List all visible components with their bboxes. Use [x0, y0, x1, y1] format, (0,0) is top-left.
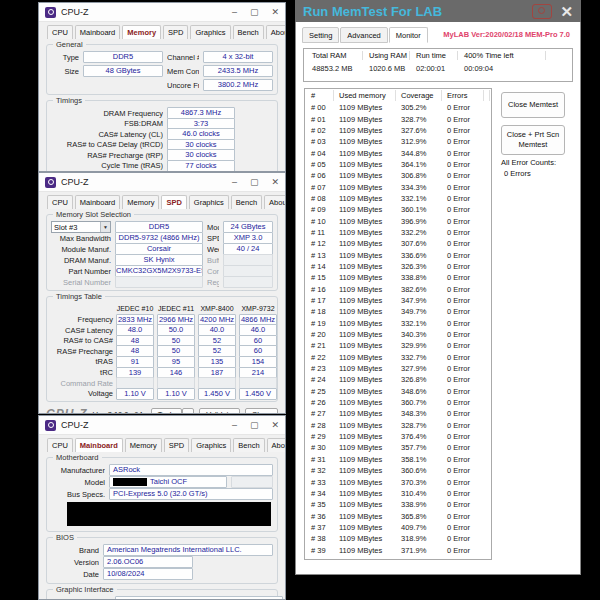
- slot-info-row: Part NumberCMKC32GX5M2X9733-ESCorrection: [51, 265, 273, 276]
- minimize-icon[interactable]: –: [232, 421, 237, 430]
- error-count-value: 0 Errors: [504, 169, 531, 178]
- close-icon[interactable]: ✕: [271, 421, 279, 430]
- timings-row: DRAM Frequency4867.3 MHz: [51, 107, 273, 118]
- tab-about[interactable]: About: [267, 438, 286, 452]
- tab-spd[interactable]: SPD: [161, 195, 186, 209]
- slot-select[interactable]: Slot #3 ▼: [51, 221, 111, 233]
- camera-icon[interactable]: [532, 4, 552, 19]
- result-cell: 326.3%: [401, 262, 447, 271]
- timings-row: RAS# Precharge (tRP)30 clocks: [51, 149, 273, 160]
- tab-mainboard[interactable]: Mainboard: [75, 195, 120, 209]
- tab-advanced[interactable]: Advanced: [340, 27, 387, 43]
- tab-spd[interactable]: SPD: [163, 25, 188, 39]
- result-row: # 101109 MBytes396.9%0 Error: [305, 215, 491, 226]
- result-row: # 001109 MBytes305.2%0 Error: [305, 102, 491, 113]
- result-cell: # 37: [311, 523, 339, 532]
- result-cell: 0 Error: [447, 228, 492, 237]
- maximize-icon[interactable]: ▢: [250, 421, 259, 430]
- result-cell: 0 Error: [447, 126, 492, 135]
- cell-value: 1.10 V: [116, 388, 154, 400]
- result-row: # 211109 MBytes329.9%0 Error: [305, 340, 491, 351]
- tab-memory[interactable]: Memory: [122, 25, 161, 39]
- tab-setting[interactable]: Setting: [302, 27, 339, 43]
- tab-graphics[interactable]: Graphics: [190, 25, 230, 39]
- minimize-icon[interactable]: –: [232, 8, 237, 17]
- result-cell: 1109 MBytes: [339, 443, 401, 452]
- column-header: XMP-9732: [239, 305, 277, 312]
- result-cell: 1109 MBytes: [339, 432, 401, 441]
- validate-button[interactable]: Validate: [199, 408, 240, 414]
- result-cell: 0 Error: [447, 103, 492, 112]
- slot-select-value: Slot #3: [54, 223, 77, 232]
- timing-label: RAS# Precharge (tRP): [51, 151, 163, 160]
- tab-graphics[interactable]: Graphics: [191, 438, 231, 452]
- tab-about[interactable]: About: [266, 25, 286, 39]
- tab-graphics[interactable]: Graphics: [189, 195, 229, 209]
- result-cell: 0 Error: [447, 205, 492, 214]
- result-row: # 321109 MBytes360.6%0 Error: [305, 465, 491, 476]
- close-prtscn-memtest-button[interactable]: Close + Prt Scn Memtest: [501, 125, 565, 155]
- tab-cpu[interactable]: CPU: [47, 25, 73, 39]
- tab-about[interactable]: About: [264, 195, 286, 209]
- result-cell: 312.9%: [401, 137, 447, 146]
- result-cell: # 30: [311, 443, 339, 452]
- tab-memory[interactable]: Memory: [122, 195, 159, 209]
- tab-bench[interactable]: Bench: [233, 438, 264, 452]
- close-button[interactable]: Close: [245, 408, 278, 414]
- row-label: Frequency: [51, 315, 113, 324]
- timing-label: Cycle Time (tRAS): [51, 161, 163, 170]
- tab-memory[interactable]: Memory: [125, 438, 162, 452]
- row-label: tRAS: [51, 357, 113, 366]
- result-row: # 291109 MBytes376.4%0 Error: [305, 431, 491, 442]
- result-cell: 0 Error: [447, 217, 492, 226]
- result-cell: 396.9%: [401, 217, 447, 226]
- tab-monitor[interactable]: Monitor: [389, 27, 428, 43]
- close-memtest-button[interactable]: Close Memtest: [501, 92, 565, 118]
- bios-group: BIOS Brand American Megatrends Internati…: [46, 537, 278, 584]
- close-icon[interactable]: ✕: [271, 178, 279, 187]
- tab-bench[interactable]: Bench: [233, 25, 264, 39]
- result-cell: 1109 MBytes: [339, 103, 401, 112]
- result-cell: # 12: [311, 239, 339, 248]
- result-cell: 1109 MBytes: [339, 137, 401, 146]
- tab-cpu[interactable]: CPU: [47, 195, 73, 209]
- result-cell: 1109 MBytes: [339, 375, 401, 384]
- timings-row: FSB:DRAM3:73: [51, 118, 273, 129]
- result-row: # 261109 MBytes360.7%0 Error: [305, 397, 491, 408]
- result-cell: # 09: [311, 205, 339, 214]
- tools-button[interactable]: Tools: [151, 408, 183, 414]
- tab-spd[interactable]: SPD: [164, 438, 189, 452]
- result-cell: 336.6%: [401, 251, 447, 260]
- result-cell: 0 Error: [447, 330, 492, 339]
- result-cell: # 23: [311, 364, 339, 373]
- gi-bus-value: PCI-Express 3.0: [115, 596, 283, 600]
- mem-controller-value: 2433.5 MHz: [203, 65, 273, 77]
- tab-bench[interactable]: Bench: [231, 195, 262, 209]
- tools-dropdown-icon[interactable]: ▼: [182, 408, 194, 414]
- result-row: # 391109 MBytes371.9%0 Error: [305, 544, 491, 555]
- timings-group: Timings DRAM Frequency4867.3 MHzFSB:DRAM…: [46, 100, 278, 172]
- tab-cpu[interactable]: CPU: [47, 438, 73, 452]
- close-icon[interactable]: ✕: [560, 4, 573, 19]
- chevron-down-icon[interactable]: ▼: [100, 222, 110, 232]
- timings-table-row: RAS# to CAS#48505260: [51, 335, 273, 346]
- tab-mainboard[interactable]: Mainboard: [75, 25, 120, 39]
- minimize-icon[interactable]: –: [232, 178, 237, 187]
- tab-mainboard[interactable]: Mainboard: [75, 438, 123, 452]
- result-cell: # 29: [311, 432, 339, 441]
- window-controls: – ▢ ✕: [232, 421, 279, 430]
- maximize-icon[interactable]: ▢: [250, 8, 259, 17]
- timings-table-row: tRAS9195135154: [51, 356, 273, 367]
- result-cell: # 13: [311, 251, 339, 260]
- maximize-icon[interactable]: ▢: [250, 178, 259, 187]
- result-cell: 326.8%: [401, 375, 447, 384]
- summary-table: Total RAMUsing RAMRun time400% Time left…: [303, 48, 573, 82]
- general-group-label: General: [53, 40, 86, 49]
- graphic-interface-group: Graphic Interface Bus PCI-Express 3.0: [46, 589, 278, 600]
- result-cell: 306.8%: [401, 171, 447, 180]
- model-text: Taichi OCF: [150, 477, 187, 486]
- result-cell: 328.7%: [401, 421, 447, 430]
- row-label: Voltage: [51, 389, 113, 398]
- close-icon[interactable]: ✕: [271, 8, 279, 17]
- result-cell: 1109 MBytes: [339, 546, 401, 555]
